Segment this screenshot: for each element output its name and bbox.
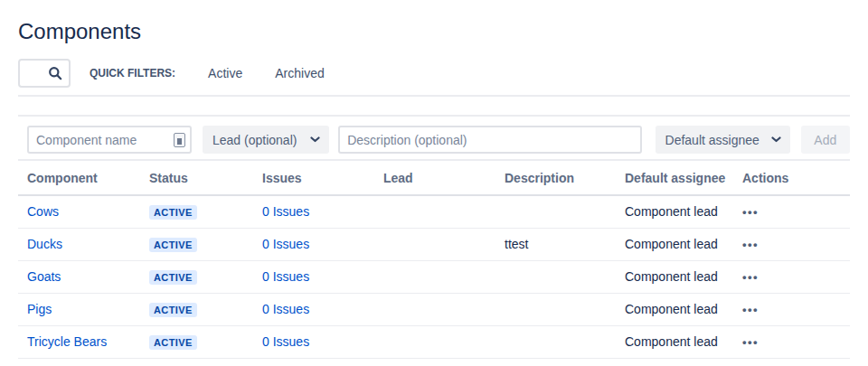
actions-menu-icon[interactable]: ••• [742,303,759,316]
quick-filters-label: QUICK FILTERS: [90,67,175,80]
status-badge: ACTIVE [149,205,197,220]
components-table: Component Status Issues Lead Description… [18,159,850,359]
quick-filter-active[interactable]: Active [208,66,242,80]
actions-menu-icon[interactable]: ••• [742,335,759,349]
column-header-description: Description [495,160,616,195]
table-row: Goats ACTIVE 0 Issues Component lead ••• [18,260,850,293]
default-assignee-cell: Component lead [625,302,718,316]
table-row: Cows ACTIVE 0 Issues Component lead ••• [18,195,850,228]
column-header-component: Component [18,160,140,195]
status-badge: ACTIVE [149,238,197,252]
default-assignee-cell: Component lead [625,269,718,284]
issues-link[interactable]: 0 Issues [262,269,309,284]
column-header-issues: Issues [253,160,374,195]
column-header-actions: Actions [733,160,850,195]
status-badge: ACTIVE [149,303,197,317]
column-header-status: Status [140,160,253,195]
search-icon [48,66,62,80]
actions-menu-icon[interactable]: ••• [742,270,759,284]
description-input[interactable] [338,126,641,154]
default-assignee-select[interactable]: Default assignee [656,126,790,154]
component-link[interactable]: Pigs [27,302,52,316]
autofill-icon[interactable] [174,133,185,147]
add-button[interactable]: Add [801,126,850,154]
default-assignee-select-value: Default assignee [665,133,760,147]
component-name-field-wrap [27,126,192,154]
table-row: Pigs ACTIVE 0 Issues Component lead ••• [18,293,850,325]
default-assignee-cell: Component lead [625,237,718,251]
component-link[interactable]: Tricycle Bears [27,334,107,349]
chevron-down-icon [771,136,781,143]
status-badge: ACTIVE [149,270,197,285]
issues-link[interactable]: 0 Issues [262,302,309,316]
quick-filter-bar: QUICK FILTERS: Active Archived [18,58,850,88]
actions-menu-icon[interactable]: ••• [742,238,759,251]
component-link[interactable]: Goats [27,269,61,284]
component-link[interactable]: Cows [27,204,59,219]
column-header-lead: Lead [374,160,495,195]
quick-filter-archived[interactable]: Archived [275,66,324,80]
lead-select-value: Lead (optional) [212,133,297,147]
table-row: Tricycle Bears ACTIVE 0 Issues Component… [18,325,850,358]
table-header-row: Component Status Issues Lead Description… [18,160,850,195]
status-badge: ACTIVE [149,335,197,350]
description-cell: ttest [505,237,528,251]
component-link[interactable]: Ducks [27,237,62,251]
default-assignee-cell: Component lead [625,334,718,349]
divider [18,115,850,117]
components-page: Components QUICK FILTERS: Active Archive… [0,19,868,359]
divider [18,95,850,97]
default-assignee-cell: Component lead [625,204,718,219]
add-component-form: Lead (optional) Default assignee Add [27,126,850,154]
page-title: Components [18,19,850,44]
actions-menu-icon[interactable]: ••• [742,205,759,219]
component-name-input[interactable] [27,126,192,154]
search-input[interactable] [18,59,71,88]
lead-select[interactable]: Lead (optional) [203,126,329,154]
column-header-default-assignee: Default assignee [616,160,733,195]
table-row: Ducks ACTIVE 0 Issues ttest Component le… [18,228,850,260]
issues-link[interactable]: 0 Issues [262,204,309,219]
chevron-down-icon [310,136,320,143]
issues-link[interactable]: 0 Issues [262,237,309,251]
issues-link[interactable]: 0 Issues [262,334,309,349]
